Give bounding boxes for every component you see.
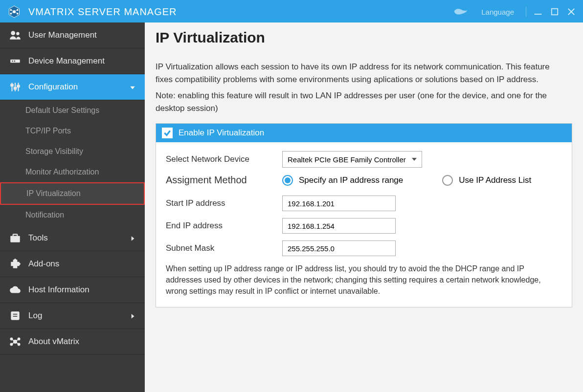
sidebar-item-label: Add-ons xyxy=(28,259,136,269)
svg-point-30 xyxy=(19,263,21,265)
enable-label: Enable IP Virtualization xyxy=(179,128,264,138)
sidebar-sub-default-user-settings[interactable]: Default User Settings xyxy=(0,100,145,121)
radio-use-list[interactable]: Use IP Address List xyxy=(442,175,531,186)
puzzle-icon xyxy=(9,258,22,270)
svg-rect-27 xyxy=(13,234,18,236)
assignment-method-label: Assigment Method xyxy=(166,174,278,186)
app-logo-icon xyxy=(7,4,22,19)
chevron-down-icon xyxy=(129,84,136,90)
start-ip-label: Start IP address xyxy=(166,198,278,208)
sidebar-item-device-management[interactable]: Device Management xyxy=(0,48,145,74)
svg-marker-25 xyxy=(130,87,135,89)
subnet-mask-input[interactable] xyxy=(282,240,396,256)
svg-rect-11 xyxy=(552,9,558,15)
content-area: IP Virtualization IP Virtualization allo… xyxy=(145,22,583,392)
radio-specify-range[interactable]: Specify an IP address range xyxy=(282,175,403,186)
sidebar-item-add-ons[interactable]: Add-ons xyxy=(0,251,145,277)
svg-rect-22 xyxy=(11,85,13,86)
panel-header: Enable IP Virtualization xyxy=(156,124,572,142)
sidebar-sub-storage-visibility[interactable]: Storage Visibility xyxy=(0,141,145,162)
language-button[interactable]: Language xyxy=(476,8,519,16)
sidebar-item-host-information[interactable]: Host Information xyxy=(0,277,145,303)
network-device-select[interactable]: Realtek PCIe GBE Family Controller xyxy=(282,151,422,168)
sliders-icon xyxy=(9,81,22,93)
sidebar-item-label: Log xyxy=(28,311,122,321)
toolbox-icon xyxy=(9,232,22,244)
sidebar-item-label: Device Management xyxy=(28,56,136,66)
svg-point-15 xyxy=(16,32,19,36)
svg-rect-23 xyxy=(14,87,16,89)
title-bar: VMATRIX SERVER MANAGER Language xyxy=(0,0,583,22)
start-ip-input[interactable] xyxy=(282,196,396,211)
sidebar-item-tools[interactable]: Tools xyxy=(0,225,145,251)
sidebar: User Management Device Management Config… xyxy=(0,22,145,392)
radio-label: Use IP Address List xyxy=(459,175,531,185)
close-button[interactable] xyxy=(566,7,576,16)
svg-point-17 xyxy=(12,61,13,62)
svg-rect-31 xyxy=(11,311,19,320)
enable-checkbox[interactable] xyxy=(162,128,173,138)
chevron-right-icon xyxy=(129,312,136,319)
sidebar-item-about[interactable]: About vMatrix xyxy=(0,329,145,355)
users-icon xyxy=(9,29,22,41)
sidebar-item-label: Host Information xyxy=(28,285,136,295)
sidebar-item-label: User Management xyxy=(28,30,136,40)
network-device-value: Realtek PCIe GBE Family Controller xyxy=(288,155,406,164)
end-ip-input[interactable] xyxy=(282,218,396,234)
sidebar-sub-monitor-authorization[interactable]: Monitor Authorization xyxy=(0,162,145,182)
divider xyxy=(526,7,526,17)
app-title: VMATRIX SERVER MANAGER xyxy=(28,6,452,18)
sidebar-item-label: Configuration xyxy=(28,82,122,92)
network-icon xyxy=(9,336,22,348)
page-description: IP Virtualization allows each session to… xyxy=(156,61,561,86)
sidebar-sub-ip-virtualization[interactable]: IP Virtualization xyxy=(0,182,145,205)
sidebar-item-configuration[interactable]: Configuration xyxy=(0,74,145,100)
sidebar-item-label: Tools xyxy=(28,233,122,243)
svg-rect-24 xyxy=(17,86,19,87)
radio-label: Specify an IP address range xyxy=(299,175,403,185)
page-title: IP Virtualization xyxy=(156,29,572,46)
settings-panel: Enable IP Virtualization Select Network … xyxy=(156,123,572,307)
log-icon xyxy=(9,310,22,322)
maximize-button[interactable] xyxy=(550,7,560,16)
sidebar-sub-tcp-ip-ports[interactable]: TCP/IP Ports xyxy=(0,121,145,141)
svg-point-18 xyxy=(14,61,16,62)
sidebar-sub-notification[interactable]: Notification xyxy=(0,205,145,225)
radio-icon xyxy=(442,175,453,186)
device-icon xyxy=(9,55,22,67)
sidebar-item-log[interactable]: Log xyxy=(0,303,145,329)
select-device-label: Select Network Device xyxy=(166,154,278,164)
radio-icon-checked xyxy=(282,175,293,186)
end-ip-label: End IP address xyxy=(166,221,278,231)
dropdown-arrow-icon xyxy=(412,158,417,161)
minimize-button[interactable] xyxy=(533,7,543,16)
globe-icon xyxy=(452,7,470,17)
svg-point-29 xyxy=(14,259,16,261)
svg-marker-28 xyxy=(132,236,135,240)
svg-marker-34 xyxy=(132,314,135,318)
panel-footer-text: When setting up IP address range or IP a… xyxy=(166,263,552,297)
subnet-mask-label: Subnet Mask xyxy=(166,243,278,253)
page-note: Note: enabling this feature will result … xyxy=(156,89,561,114)
svg-point-14 xyxy=(11,31,15,35)
sidebar-item-label: About vMatrix xyxy=(28,337,136,347)
cloud-icon xyxy=(9,284,22,296)
sidebar-item-user-management[interactable]: User Management xyxy=(0,22,145,48)
chevron-right-icon xyxy=(129,235,136,241)
